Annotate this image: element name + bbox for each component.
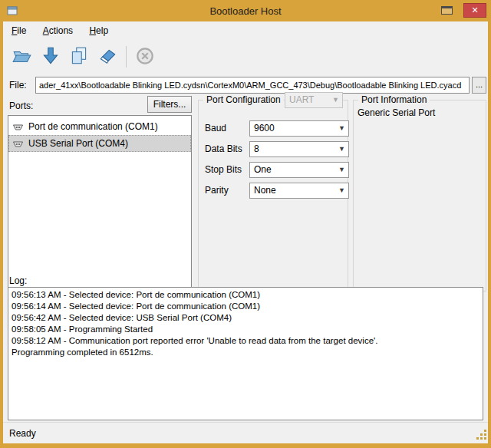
- stop-bits-row: Stop Bits One ▼: [205, 162, 343, 178]
- port-item-label: USB Serial Port (COM4): [28, 138, 128, 149]
- chevron-down-icon: ▼: [332, 93, 339, 107]
- chevron-down-icon: ▼: [338, 163, 345, 177]
- log-line: 09:56:13 AM - Selected device: Port de c…: [12, 289, 479, 301]
- serial-port-icon: [12, 122, 24, 132]
- protocol-value: UART: [289, 93, 314, 107]
- program-button[interactable]: [38, 44, 64, 70]
- port-configuration-group: Port Configuration UART ▼ Baud 9600 ▼ Da…: [198, 100, 348, 292]
- log-line: Programming completed in 6512ms.: [12, 347, 479, 358]
- app-icon: [7, 5, 18, 16]
- baud-value: 9600: [254, 121, 275, 136]
- log-line: 09:56:14 AM - Selected device: Port de c…: [12, 301, 479, 312]
- data-bits-label: Data Bits: [205, 143, 242, 154]
- browse-button[interactable]: ...: [472, 77, 486, 94]
- file-path-input[interactable]: [35, 77, 470, 94]
- toolbar: [3, 40, 488, 74]
- toolbar-separator: [126, 46, 127, 68]
- serial-port-icon: [12, 139, 24, 149]
- maximize-icon: [441, 6, 453, 15]
- port-list-item-com4[interactable]: USB Serial Port (COM4): [8, 135, 191, 152]
- baud-row: Baud 9600 ▼: [205, 120, 343, 137]
- ports-list[interactable]: Port de communication (COM1) USB Serial …: [8, 115, 192, 292]
- chevron-down-icon: ▼: [338, 183, 345, 198]
- file-label: File:: [9, 80, 27, 91]
- port-list-item-com1[interactable]: Port de communication (COM1): [8, 118, 191, 135]
- resize-grip[interactable]: [476, 430, 487, 443]
- parity-label: Parity: [205, 185, 229, 196]
- window: Bootloader Host ✕ File Actions Help: [0, 0, 491, 448]
- data-bits-row: Data Bits 8 ▼: [205, 141, 343, 157]
- title-bar[interactable]: Bootloader Host ✕: [0, 0, 491, 21]
- baud-select[interactable]: 9600 ▼: [249, 120, 349, 137]
- menu-file[interactable]: File: [5, 23, 33, 38]
- baud-label: Baud: [205, 123, 226, 133]
- menu-help[interactable]: Help: [82, 23, 115, 38]
- ports-label: Ports:: [9, 100, 33, 111]
- log-line: 09:56:42 AM - Selected device: USB Seria…: [12, 312, 479, 324]
- copy-pages-icon: [68, 45, 90, 69]
- chevron-down-icon: ▼: [338, 142, 345, 156]
- parity-select[interactable]: None ▼: [249, 183, 349, 199]
- port-configuration-title: Port Configuration: [203, 94, 284, 105]
- port-item-label: Port de communication (COM1): [28, 121, 158, 132]
- status-bar: Ready: [3, 422, 488, 443]
- data-bits-value: 8: [254, 142, 259, 156]
- port-information-title: Port Information: [358, 94, 430, 105]
- log-line: 09:58:05 AM - Programming Started: [12, 324, 479, 335]
- chevron-down-icon: ▼: [338, 121, 345, 136]
- log-output[interactable]: 09:56:13 AM - Selected device: Port de c…: [8, 287, 483, 420]
- menu-actions[interactable]: Actions: [36, 23, 80, 38]
- caption-buttons: ✕: [437, 3, 486, 18]
- protocol-select: UART ▼: [285, 92, 343, 108]
- open-file-button[interactable]: [9, 44, 35, 70]
- status-text: Ready: [9, 428, 36, 439]
- port-information-text: Generic Serial Port: [358, 107, 435, 118]
- stop-bits-select[interactable]: One ▼: [249, 162, 349, 178]
- verify-button[interactable]: [66, 44, 92, 70]
- window-title: Bootloader Host: [0, 5, 491, 17]
- maximize-button[interactable]: [437, 4, 456, 18]
- filters-button[interactable]: Filters...: [147, 96, 192, 113]
- folder-open-icon: [12, 45, 33, 69]
- menu-bar: File Actions Help: [3, 21, 488, 40]
- parity-row: Parity None ▼: [205, 183, 343, 199]
- eraser-icon: [97, 45, 118, 69]
- stop-bits-value: One: [254, 163, 272, 177]
- stop-bits-label: Stop Bits: [205, 164, 242, 175]
- parity-value: None: [254, 183, 276, 198]
- data-bits-select[interactable]: 8 ▼: [249, 141, 349, 157]
- close-button[interactable]: ✕: [463, 3, 486, 18]
- client-area: File Actions Help: [3, 21, 488, 443]
- abort-button: [132, 44, 158, 70]
- log-label: Log:: [9, 275, 27, 286]
- log-line: 09:58:12 AM - Communication port reporte…: [12, 335, 479, 347]
- port-information-group: Port Information Generic Serial Port: [353, 100, 486, 292]
- arrow-down-icon: [40, 45, 61, 69]
- erase-button[interactable]: [94, 44, 120, 70]
- abort-circle-x-icon: [134, 45, 156, 69]
